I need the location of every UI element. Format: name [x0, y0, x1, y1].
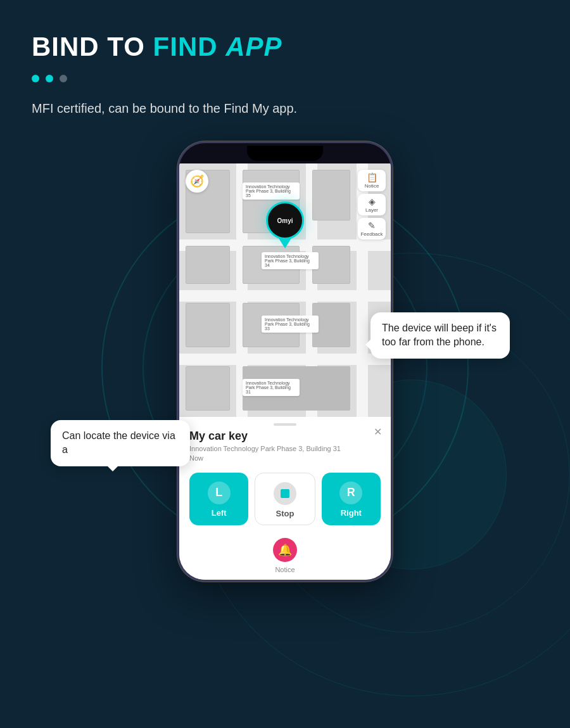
left-btn-label: Left [212, 508, 227, 518]
building-4 [186, 246, 230, 284]
title-highlight: FIND [153, 32, 226, 61]
device-label: Omyi [277, 217, 293, 224]
phone-frame: 🧭 📋 Notice ◈ Layer ✎ [177, 141, 393, 582]
sheet-close-btn[interactable]: ✕ [374, 426, 382, 438]
callout-beep-text: The device will beep if it's too far fro… [382, 322, 497, 347]
phone-notch-bar [179, 143, 391, 163]
location-pin: Omyi [266, 201, 304, 248]
stop-btn-icon [274, 482, 296, 505]
notice-icon: 📋 [367, 172, 377, 182]
sheet-address: Innovation Technology Park Phase 3, Buil… [179, 444, 391, 473]
map-compass[interactable]: 🧭 [186, 170, 208, 193]
right-btn-icon: R [339, 482, 362, 504]
dot-2 [46, 75, 53, 82]
building-3 [312, 170, 350, 220]
dot-1 [32, 75, 39, 82]
device-pin-circle: Omyi [266, 201, 304, 239]
layer-btn[interactable]: ◈ Layer [358, 194, 386, 215]
map-label-4: Innovation Technology Park Phase 3, Buil… [243, 379, 300, 396]
right-btn-label: Right [341, 508, 362, 518]
layer-label: Layer [365, 207, 378, 213]
map-label-2: Innovation Technology Park Phase 3, Buil… [262, 252, 319, 269]
sheet-address-line1: Innovation Technology Park Phase 3, Buil… [189, 445, 341, 452]
sheet-handle [179, 417, 391, 430]
progress-dots [32, 75, 538, 82]
notice-bell-icon[interactable]: 🔔 [273, 538, 297, 562]
title-italic: APP [225, 32, 282, 61]
phone-notch [247, 146, 323, 161]
page-title: BIND TO FIND APP [32, 32, 538, 62]
compass-icon: 🧭 [186, 170, 208, 193]
sheet-action-buttons: L Left Stop R Right [179, 473, 391, 535]
stop-button[interactable]: Stop [255, 473, 315, 525]
phone-screen: 🧭 📋 Notice ◈ Layer ✎ [179, 163, 391, 580]
stop-icon-square [281, 489, 289, 498]
pin-tail [279, 238, 291, 248]
handle-bar [274, 423, 296, 426]
phone-section: The device will beep if it's too far fro… [32, 141, 538, 594]
feedback-label: Feedback [360, 231, 383, 237]
bottom-sheet: ✕ My car key Innovation Technology Park … [179, 417, 391, 580]
callout-locate-bubble: Can locate the device via a [51, 420, 190, 466]
callout-beep-bubble: The device will beep if it's too far fro… [370, 312, 510, 359]
map-toolbar: 📋 Notice ◈ Layer ✎ Feedback [358, 170, 386, 239]
building-10 [186, 366, 230, 411]
notice-btn[interactable]: 📋 Notice [358, 170, 386, 191]
notice-text: Notice [179, 566, 391, 580]
left-btn-icon: L [208, 482, 231, 504]
map-area: 🧭 📋 Notice ◈ Layer ✎ [179, 163, 391, 417]
sheet-notice-section: 🔔 [179, 535, 391, 566]
sheet-title: My car key [179, 430, 391, 444]
feedback-btn[interactable]: ✎ Feedback [358, 218, 386, 239]
subtitle-text: MFI certified, can be bound to the Find … [32, 101, 538, 116]
dot-3 [60, 75, 67, 82]
page-content: BIND TO FIND APP MFI certified, can be b… [0, 0, 570, 613]
left-button[interactable]: L Left [189, 473, 248, 525]
right-button[interactable]: R Right [322, 473, 381, 525]
notice-label: Notice [365, 183, 379, 189]
feedback-icon: ✎ [368, 220, 376, 231]
sheet-address-line2: Now [189, 454, 203, 462]
stop-btn-label: Stop [276, 509, 294, 518]
title-part1: BIND TO [32, 32, 153, 61]
map-label-1: Innovation Technology Park Phase 3, Buil… [243, 182, 300, 200]
map-label-3: Innovation Technology Park Phase 3, Buil… [262, 316, 319, 333]
building-7 [186, 303, 230, 347]
layer-icon: ◈ [369, 196, 376, 207]
callout-locate-text: Can locate the device via a [62, 430, 175, 455]
